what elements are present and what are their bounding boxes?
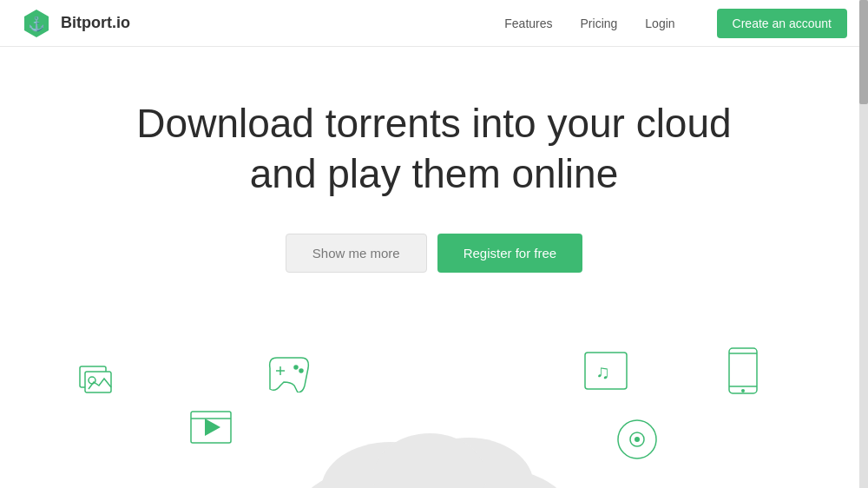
logo-text: Bitport.io — [61, 14, 130, 32]
svg-point-15 — [299, 369, 303, 373]
register-button[interactable]: Register for free — [437, 234, 583, 273]
scrollbar-track[interactable] — [859, 0, 868, 488]
nav-links: Features Pricing Login Create an account — [504, 9, 847, 38]
video-icon — [189, 410, 233, 448]
gamepad-icon — [265, 354, 313, 396]
navbar: ⚓ Bitport.io Features Pricing Login Crea… — [0, 0, 868, 47]
features-link[interactable]: Features — [504, 16, 552, 30]
pricing-link[interactable]: Pricing — [581, 16, 618, 30]
show-more-button[interactable]: Show me more — [286, 234, 427, 273]
login-link[interactable]: Login — [645, 16, 674, 30]
scrollbar-thumb[interactable] — [859, 0, 868, 104]
mobile-icon — [726, 346, 760, 399]
music-icon: ♫ — [583, 351, 628, 394]
cloud-illustration — [295, 420, 573, 488]
disc-icon — [616, 419, 658, 464]
svg-text:♫: ♫ — [595, 361, 610, 383]
svg-marker-10 — [205, 419, 220, 436]
svg-text:⚓: ⚓ — [28, 16, 45, 32]
photo-icon — [76, 359, 118, 405]
logo-area: ⚓ Bitport.io — [21, 8, 504, 39]
hero-section: Download torrents into your cloud and pl… — [0, 47, 868, 342]
hero-title: Download torrents into your cloud and pl… — [17, 99, 851, 199]
logo-icon: ⚓ — [21, 8, 52, 39]
svg-point-14 — [294, 366, 298, 369]
icons-area: ♫ — [0, 342, 868, 488]
svg-point-24 — [635, 437, 640, 442]
svg-point-21 — [741, 389, 745, 392]
create-account-button[interactable]: Create an account — [717, 9, 847, 38]
hero-buttons: Show me more Register for free — [17, 234, 851, 273]
